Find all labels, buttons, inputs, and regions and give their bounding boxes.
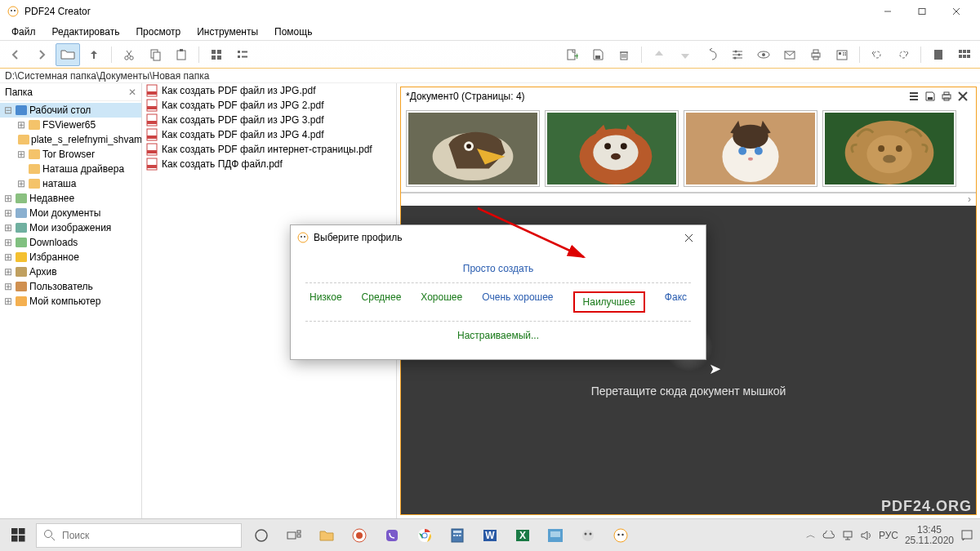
profile-low[interactable]: Низкое: [310, 291, 342, 313]
menu-edit[interactable]: Редактировать: [44, 24, 128, 39]
copy-button[interactable]: [143, 43, 167, 66]
menu-tools[interactable]: Инструменты: [189, 24, 266, 39]
tree-item-12[interactable]: ⊞Пользователь: [0, 279, 141, 294]
paste-button[interactable]: [169, 43, 194, 66]
tree-item-13[interactable]: ⊞Мой компьютер: [0, 294, 141, 309]
profile-custom[interactable]: Настраиваемый...: [457, 330, 539, 341]
task-view-button[interactable]: [245, 519, 278, 552]
page-view-button[interactable]: [926, 43, 951, 66]
profile-very-good[interactable]: Очень хорошее: [482, 291, 553, 313]
menu-file[interactable]: Файл: [3, 24, 44, 39]
profile-best[interactable]: Наилучшее: [573, 291, 645, 313]
file-row-5[interactable]: Как создать ПДФ файл.pdf: [142, 157, 396, 171]
delete-button[interactable]: [612, 43, 636, 66]
scroll-right-icon[interactable]: ›: [963, 193, 976, 206]
tray-network-icon[interactable]: [842, 530, 853, 541]
task-timeline-icon[interactable]: [278, 519, 310, 552]
menu-help[interactable]: Помощь: [266, 24, 320, 39]
task-excel-icon[interactable]: X: [506, 519, 539, 552]
close-button[interactable]: [939, 0, 973, 23]
svg-rect-21: [238, 56, 240, 58]
tree-item-0[interactable]: ⊟Рабочий стол: [0, 103, 141, 118]
task-viber-icon[interactable]: [376, 519, 408, 552]
tree-item-7[interactable]: ⊞Мои документы: [0, 206, 141, 220]
tree-item-8[interactable]: ⊞Мои изображения: [0, 220, 141, 235]
email-button[interactable]: [777, 43, 802, 66]
forward-button[interactable]: [29, 43, 54, 66]
save-button[interactable]: [586, 43, 610, 66]
tree-item-3[interactable]: ⊞Tor Browser: [0, 147, 141, 162]
page-thumb-2[interactable]: [545, 110, 679, 187]
rotate-right-button[interactable]: [891, 43, 915, 66]
watermark: PDF24.ORG: [881, 498, 972, 515]
minimize-button[interactable]: [871, 0, 905, 23]
tray-volume-icon[interactable]: [860, 530, 872, 541]
tree-item-1[interactable]: ⊞FSViewer65: [0, 118, 141, 132]
task-app1-icon[interactable]: [343, 519, 376, 552]
tray-cloud-icon[interactable]: [822, 531, 835, 540]
maximize-button[interactable]: [905, 0, 939, 23]
tree-item-9[interactable]: ⊞Downloads: [0, 235, 141, 250]
undo-button[interactable]: [699, 43, 724, 66]
file-row-2[interactable]: Как создать PDF файл из JPG 3.pdf: [142, 113, 396, 127]
task-pdf24-icon[interactable]: [604, 519, 637, 552]
up-button[interactable]: [82, 43, 106, 66]
tree-item-10[interactable]: ⊞Избранное: [0, 250, 141, 264]
doc-print-icon[interactable]: [938, 88, 955, 104]
fax-button[interactable]: [830, 43, 854, 66]
task-app3-icon[interactable]: [572, 519, 604, 552]
task-explorer-icon[interactable]: [310, 519, 343, 552]
svg-rect-120: [19, 528, 25, 535]
multi-view-button[interactable]: [952, 43, 977, 66]
grid-view-button[interactable]: [204, 43, 229, 66]
profile-medium[interactable]: Среднее: [362, 291, 402, 313]
svg-rect-131: [386, 530, 398, 541]
svg-rect-14: [180, 49, 183, 51]
app-icon: [7, 5, 20, 18]
tray-chevron-icon[interactable]: ︿: [806, 528, 816, 542]
page-thumb-3[interactable]: [684, 110, 817, 187]
list-view-button[interactable]: [230, 43, 255, 66]
profile-good[interactable]: Хорошее: [421, 291, 462, 313]
tree-item-11[interactable]: ⊞Архив: [0, 264, 141, 279]
doc-menu-icon[interactable]: [906, 88, 922, 104]
dialog-close-button[interactable]: [678, 229, 699, 247]
page-thumb-1[interactable]: [406, 110, 540, 187]
profile-fax[interactable]: Факс: [665, 291, 687, 313]
rotate-left-button[interactable]: [865, 43, 889, 66]
profile-create[interactable]: Просто создать: [463, 263, 533, 274]
print-button[interactable]: [804, 43, 828, 66]
task-word-icon[interactable]: W: [474, 519, 506, 552]
file-row-0[interactable]: Как создать PDF файл из JPG.pdf: [142, 83, 396, 98]
tree-close-icon[interactable]: ✕: [128, 87, 136, 98]
tree-item-6[interactable]: ⊞Недавнее: [0, 191, 141, 206]
move-up-button[interactable]: [647, 43, 671, 66]
tray-clock[interactable]: 13:45 25.11.2020: [905, 525, 954, 546]
back-button[interactable]: [3, 43, 28, 66]
tree-item-2[interactable]: plate_s_relefnymi_shvam: [0, 132, 141, 147]
tree-item-5[interactable]: ⊞наташа: [0, 176, 141, 191]
file-row-3[interactable]: Как создать PDF файл из JPG 4.pdf: [142, 127, 396, 142]
tray-lang[interactable]: РУС: [879, 530, 898, 541]
task-app2-icon[interactable]: [539, 519, 572, 552]
tray-notifications-icon[interactable]: [960, 529, 973, 542]
task-chrome-icon[interactable]: [408, 519, 441, 552]
svg-line-10: [127, 51, 131, 56]
file-row-1[interactable]: Как создать PDF файл из JPG 2.pdf: [142, 98, 396, 113]
folder-open-button[interactable]: [56, 43, 80, 66]
tree-item-4[interactable]: Наташа драйвера: [0, 162, 141, 176]
settings-button[interactable]: [725, 43, 750, 66]
cut-button[interactable]: [117, 43, 141, 66]
page-thumb-4[interactable]: [822, 110, 956, 187]
task-calc-icon[interactable]: [441, 519, 474, 552]
start-button[interactable]: [0, 519, 36, 552]
file-row-4[interactable]: Как создать PDF файл интернет-страницы.p…: [142, 142, 396, 157]
doc-close-icon[interactable]: [955, 88, 971, 104]
search-input[interactable]: Поиск: [36, 523, 242, 548]
move-down-button[interactable]: [673, 43, 697, 66]
new-doc-button[interactable]: +: [559, 43, 584, 66]
doc-save-icon[interactable]: [922, 88, 938, 104]
menu-view[interactable]: Просмотр: [127, 24, 189, 39]
svg-rect-67: [16, 267, 27, 277]
preview-button[interactable]: [751, 43, 776, 66]
